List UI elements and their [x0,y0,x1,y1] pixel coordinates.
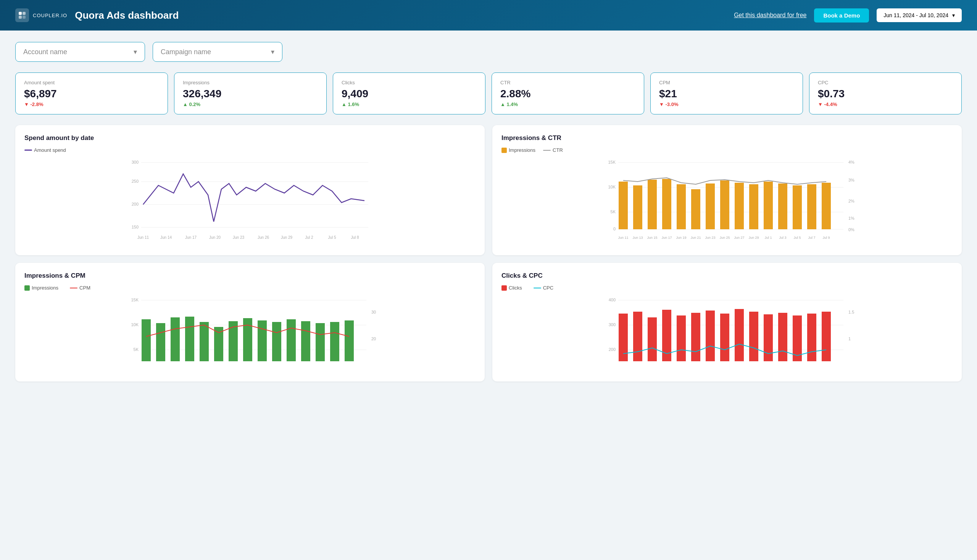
kpi-change-4: ▼ -3.0% [659,102,794,107]
svg-rect-86 [691,313,700,361]
svg-rect-66 [257,320,267,361]
svg-rect-61 [185,317,194,361]
svg-text:15K: 15K [608,160,616,164]
bar-13 [807,184,816,229]
svg-rect-89 [735,309,744,361]
svg-text:Jun 23: Jun 23 [705,236,715,240]
svg-rect-87 [706,310,715,361]
kpi-value-5: $0.73 [818,88,953,100]
svg-text:15K: 15K [131,298,139,302]
svg-text:1: 1 [848,337,851,341]
svg-text:Jun 15: Jun 15 [647,236,657,240]
cpm-legend-dot [70,288,77,288]
svg-rect-62 [200,322,209,361]
svg-rect-69 [301,321,310,361]
svg-text:Jun 14: Jun 14 [160,235,172,240]
spend-chart-title: Spend amount by date [24,134,476,142]
kpi-row: Amount spent $6,897 ▼ -2.8% Impressions … [15,72,962,115]
campaign-name-arrow: ▾ [271,48,274,56]
svg-text:30: 30 [371,310,376,314]
svg-text:0%: 0% [848,227,855,232]
kpi-label-3: CTR [500,80,635,85]
bar-8 [735,183,744,229]
svg-text:Jul 7: Jul 7 [808,236,815,240]
svg-rect-95 [822,312,831,361]
svg-text:Jun 19: Jun 19 [676,236,686,240]
impressions-cpm-legend-label: Impressions [32,285,58,291]
kpi-impressions: Impressions 326,349 ▲ 0.2% [174,72,327,115]
svg-text:400: 400 [609,298,616,302]
svg-rect-63 [214,327,223,361]
svg-text:1%: 1% [848,216,855,220]
svg-rect-92 [778,313,787,361]
svg-rect-60 [170,317,180,361]
kpi-label-1: Impressions [183,80,318,85]
kpi-ctr: CTR 2.88% ▲ 1.4% [491,72,644,115]
svg-rect-1 [23,12,25,15]
svg-text:300: 300 [609,322,616,327]
impressions-cpm-legend-square [24,285,30,291]
date-range-value: Jun 11, 2024 - Jul 10, 2024 [883,12,949,18]
svg-text:3%: 3% [848,178,855,182]
kpi-value-4: $21 [659,88,794,100]
svg-text:Jun 13: Jun 13 [632,236,643,240]
impressions-legend-square [501,148,507,153]
svg-text:Jun 17: Jun 17 [185,235,197,240]
svg-text:Jul 5: Jul 5 [793,236,801,240]
kpi-value-2: 9,409 [342,88,477,100]
svg-text:Jun 26: Jun 26 [257,235,269,240]
account-name-filter[interactable]: Account name ▾ [15,42,145,62]
cpc-legend-label: CPC [543,285,553,291]
svg-rect-83 [648,317,657,361]
svg-text:10K: 10K [608,185,616,189]
svg-text:Jul 9: Jul 9 [822,236,830,240]
kpi-label-0: Amount spent [24,80,159,85]
svg-text:Jun 17: Jun 17 [661,236,672,240]
svg-text:1.5: 1.5 [848,310,854,314]
account-name-label: Account name [23,48,67,56]
kpi-change-5: ▼ -4.4% [818,102,953,107]
svg-text:Jun 29: Jun 29 [748,236,759,240]
ctr-legend-dot [543,150,551,151]
svg-rect-59 [156,323,165,361]
kpi-cpm: CPM $21 ▼ -3.0% [650,72,803,115]
svg-rect-68 [287,319,296,361]
clicks-cpc-title: Clicks & CPC [501,272,953,280]
spend-chart-card: Spend amount by date Amount spend 300 25… [15,125,485,255]
date-range-picker[interactable]: Jun 11, 2024 - Jul 10, 2024 ▾ [877,8,962,22]
bar-14 [822,183,831,229]
svg-text:250: 250 [132,179,139,183]
ctr-legend-label: CTR [553,147,563,153]
spend-chart-svg: 300 250 200 150 Jun 11 Jun 14 Jun 17 Jun… [24,157,476,245]
kpi-change-2: ▲ 1.6% [342,102,477,107]
get-dashboard-link[interactable]: Get this dashboard for free [734,12,807,19]
kpi-label-4: CPM [659,80,794,85]
book-demo-button[interactable]: Book a Demo [814,8,869,23]
impressions-ctr-svg: 15K 10K 5K 0 4% 3% 2% 1% 0% [501,157,953,245]
svg-rect-71 [330,322,339,361]
svg-text:Jul 8: Jul 8 [351,235,359,240]
svg-text:Jun 20: Jun 20 [209,235,220,240]
svg-rect-88 [720,313,729,361]
cpc-legend-dot [534,288,541,288]
impressions-ctr-chart-card: Impressions & CTR Impressions CTR 15K 10… [492,125,962,255]
svg-rect-90 [749,312,758,361]
campaign-name-filter[interactable]: Campaign name ▾ [153,42,282,62]
page-title: Quora Ads dashboard [75,10,179,22]
svg-text:Jul 2: Jul 2 [305,235,313,240]
bar-6 [706,183,715,229]
svg-text:4%: 4% [848,160,855,164]
svg-text:Jun 27: Jun 27 [734,236,744,240]
svg-text:Jun 11: Jun 11 [618,236,628,240]
svg-rect-72 [345,320,354,361]
clicks-cpc-legend: Clicks CPC [501,285,953,291]
bar-0 [619,182,628,229]
bar-4 [676,184,686,229]
svg-text:150: 150 [132,225,139,229]
logo: COUPLER.IO [15,8,67,22]
bar-9 [749,184,758,229]
svg-rect-2 [19,16,22,19]
kpi-clicks: Clicks 9,409 ▲ 1.6% [333,72,486,115]
svg-rect-0 [19,12,22,15]
kpi-change-0: ▼ -2.8% [24,102,159,107]
